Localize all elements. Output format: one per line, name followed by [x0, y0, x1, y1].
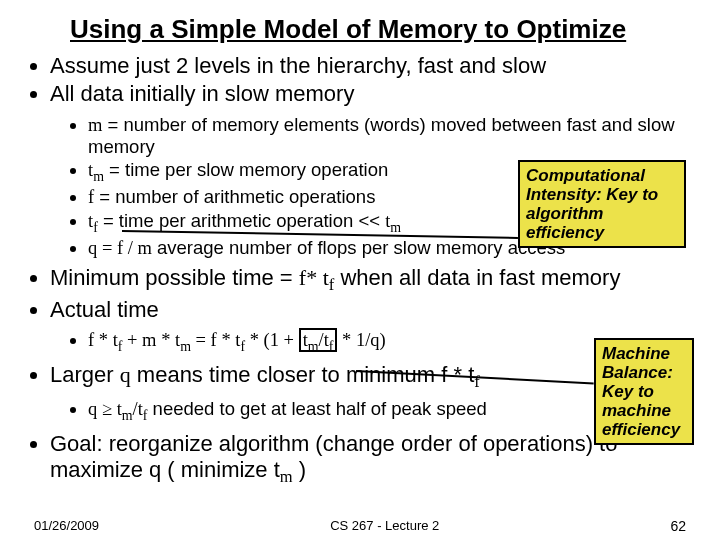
subscript: m	[390, 219, 401, 234]
slide: Using a Simple Model of Memory to Optimi…	[0, 0, 720, 540]
subscript: f	[329, 339, 334, 354]
bullet-def-m: m = number of memory elements (words) mo…	[88, 114, 690, 158]
bullet-min-time: Minimum possible time = f* tf when all d…	[50, 265, 690, 296]
bullet-list-level1-a: Assume just 2 levels in the hierarchy, f…	[50, 53, 690, 108]
text: t	[112, 399, 122, 419]
callout-machine-balance: Machine Balance: Key to machine efficien…	[594, 338, 694, 445]
expr-f-tf: f* tf	[299, 265, 334, 290]
subscript: m	[93, 169, 104, 184]
var-tm: tm	[88, 160, 104, 180]
text: f* t	[299, 265, 329, 290]
callout-lead: Machine Balance:	[602, 344, 673, 382]
text: = number of memory elements (words) move…	[88, 114, 675, 157]
subscript: m	[122, 408, 133, 423]
text: * (1 +	[245, 330, 299, 350]
callout-computational-intensity: Computational Intensity: Key to algorith…	[518, 160, 686, 248]
text: = f * t	[191, 330, 240, 350]
equation: f * tf + m * tm = f * tf * (1 + tm/tf * …	[88, 330, 386, 350]
subscript: f	[474, 372, 480, 391]
subscript: m	[308, 339, 319, 354]
text: Goal: reorganize algorithm (change order…	[50, 431, 617, 483]
text: = time per arithmetic operation <<	[98, 210, 385, 231]
bullet-actual-time: Actual time	[50, 297, 690, 324]
var-q: q = f / m	[88, 238, 152, 258]
expr-q-bound: q ≥ tm/tf	[88, 399, 147, 419]
footer-page-number: 62	[670, 518, 686, 534]
var-tm-tail: tm	[385, 211, 401, 231]
text: Larger	[50, 362, 120, 387]
text: when all data in fast memory	[334, 265, 620, 290]
text: /t	[133, 399, 143, 419]
text: )	[293, 457, 306, 482]
ge-symbol: ≥	[102, 399, 112, 419]
bullet-all-data-slow: All data initially in slow memory	[50, 81, 690, 108]
subscript: m	[280, 468, 293, 487]
text: + m * t	[122, 330, 180, 350]
slide-title: Using a Simple Model of Memory to Optimi…	[70, 14, 690, 45]
bullet-list-level1-b: Minimum possible time = f* tf when all d…	[50, 265, 690, 323]
text: /t	[319, 330, 329, 350]
bullet-assume-levels: Assume just 2 levels in the hierarchy, f…	[50, 53, 690, 80]
text: Minimum possible time =	[50, 265, 299, 290]
subscript: m	[180, 339, 191, 354]
footer-date: 01/26/2009	[34, 518, 99, 534]
footer: 01/26/2009 CS 267 - Lecture 2 62	[0, 518, 720, 534]
text: = number of arithmetic operations	[94, 186, 375, 207]
text: * 1/q)	[337, 330, 385, 350]
text: needed to get at least half of peak spee…	[147, 398, 486, 419]
text: f * t	[88, 330, 118, 350]
var-m: m	[88, 115, 102, 135]
var-tf: tf	[88, 211, 98, 231]
var-q: q	[120, 362, 131, 387]
text: q	[88, 399, 102, 419]
boxed-tm-over-tf: tm/tf	[299, 328, 338, 352]
footer-course: CS 267 - Lecture 2	[330, 518, 439, 534]
text: average number of flops per slow memory …	[152, 237, 565, 258]
text: = time per slow memory operation	[104, 159, 388, 180]
callout-rest: Key to machine efficiency	[602, 382, 680, 439]
